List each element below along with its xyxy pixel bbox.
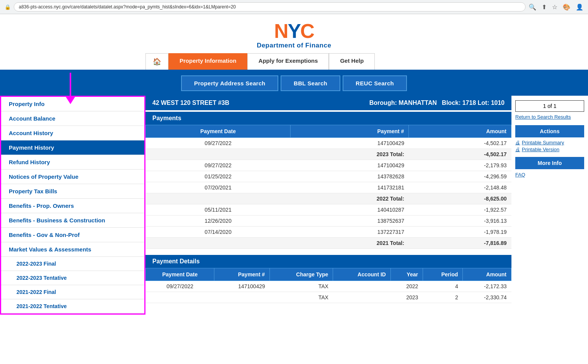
printer-summary-icon	[515, 140, 520, 145]
cell-year: 2022	[390, 281, 423, 292]
share-icon[interactable]: ⬆	[542, 3, 547, 11]
payments-section-title: Payments	[145, 112, 511, 125]
payments-table: Payment Date Payment # Amount 09/27/2022…	[145, 125, 511, 249]
table-row: TAX 2023 2 -2,330.74	[146, 292, 511, 303]
sidebar-item-2021-2022-final[interactable]: 2021-2022 Final	[1, 285, 144, 299]
profile-icon[interactable]: 👤	[576, 3, 583, 11]
tab-property-information[interactable]: Property Information	[168, 53, 247, 70]
sidebar-item-property-tax-bills[interactable]: Property Tax Bills	[1, 184, 144, 199]
sidebar-item-benefits-business-construction[interactable]: Benefits - Business & Construction	[1, 213, 144, 228]
sidebar-item-notices-property-value[interactable]: Notices of Property Value	[1, 170, 144, 184]
cell-period: 4	[423, 281, 462, 292]
sidebar-item-market-values-assessments[interactable]: Market Values & Assessments	[1, 242, 144, 257]
right-sidebar: 1 of 1 Return to Search Results Actions …	[511, 96, 588, 315]
col-pd-number: Payment #	[214, 268, 270, 281]
return-to-search-results-link[interactable]: Return to Search Results	[515, 114, 584, 120]
cell-period: 2	[423, 292, 462, 303]
sidebar-item-benefits-prop-owners[interactable]: Benefits - Prop. Owners	[1, 199, 144, 213]
cell-amount: -8,625.00	[409, 193, 511, 204]
cell-date: 07/20/2021	[146, 182, 291, 193]
bbl-search-button[interactable]: BBL Search	[281, 75, 340, 91]
cell-number: 138752637	[291, 215, 409, 227]
cell-amount: -7,816.89	[409, 238, 511, 249]
table-row: 12/26/2020 138752637 -3,916.13	[146, 215, 511, 227]
table-row: 05/11/2021 140410287 -1,922.57	[146, 204, 511, 215]
sidebar-item-account-balance[interactable]: Account Balance	[1, 111, 144, 126]
sidebar-item-benefits-gov-non-prof[interactable]: Benefits - Gov & Non-Prof	[1, 228, 144, 242]
reuc-search-button[interactable]: REUC Search	[343, 75, 407, 91]
col-payment-number: Payment #	[291, 125, 409, 138]
property-address-search-button[interactable]: Property Address Search	[181, 75, 278, 91]
col-pd-date: Payment Date	[146, 268, 214, 281]
table-row: 07/14/2020 137227317 -1,978.19	[146, 227, 511, 238]
main-content: Property Info Account Balance Account Hi…	[0, 96, 588, 315]
cell-date: 01/25/2022	[146, 171, 291, 182]
cell-date: 09/27/2022	[146, 281, 214, 292]
cell-number: 137227317	[291, 227, 409, 238]
cell-amount: -2,148.48	[409, 182, 511, 193]
cell-date: 09/27/2022	[146, 138, 291, 149]
col-amount: Amount	[409, 125, 511, 138]
arrow-annotation	[65, 73, 76, 104]
cell-date	[146, 292, 214, 303]
cell-amount: -2,172.33	[463, 281, 511, 292]
sidebar-item-2022-2023-tentative[interactable]: 2022-2023 Tentative	[1, 271, 144, 285]
col-pd-account: Account ID	[333, 268, 391, 281]
cell-number: 2021 Total:	[291, 238, 409, 249]
table-row: 09/27/2022 147100429 -2,179.93	[146, 160, 511, 171]
payment-details-section-title: Payment Details	[145, 255, 511, 268]
cell-amount: -4,296.59	[409, 171, 511, 182]
col-payment-date: Payment Date	[146, 125, 291, 138]
home-tab[interactable]: 🏠	[145, 53, 168, 70]
tab-get-help[interactable]: Get Help	[329, 53, 375, 70]
nyc-logo: NYC	[274, 21, 314, 41]
cell-account	[333, 292, 391, 303]
table-row: 2023 Total: -4,502.17	[146, 149, 511, 160]
cell-amount: -1,922.57	[409, 204, 511, 215]
table-row: 09/27/2022 147100429 -4,502.17	[146, 138, 511, 149]
cell-amount: -3,916.13	[409, 215, 511, 227]
sidebar-item-2022-2023-final[interactable]: 2022-2023 Final	[1, 257, 144, 271]
sidebar-item-2021-2022-tentative[interactable]: 2021-2022 Tentative	[1, 299, 144, 313]
cell-year: 2023	[390, 292, 423, 303]
sidebar-item-account-history[interactable]: Account History	[1, 126, 144, 140]
pagination-box: 1 of 1	[515, 100, 584, 112]
table-row: 2022 Total: -8,625.00	[146, 193, 511, 204]
nyc-header: NYC Department of Finance	[0, 14, 588, 53]
tab-apply-exemptions[interactable]: Apply for Exemptions	[247, 53, 329, 70]
cell-type: TAX	[270, 292, 333, 303]
cell-date: 12/26/2020	[146, 215, 291, 227]
col-pd-period: Period	[423, 268, 462, 281]
col-pd-year: Year	[390, 268, 423, 281]
cell-number: 140410287	[291, 204, 409, 215]
cell-number: 147100429	[214, 281, 270, 292]
printable-version-link[interactable]: Printable Version	[515, 147, 584, 152]
browser-icons: 🔍 ⬆ ☆ 🎨 👤	[529, 3, 583, 11]
dept-finance-label: Department of Finance	[0, 42, 588, 49]
sidebar-item-refund-history[interactable]: Refund History	[1, 155, 144, 170]
cell-amount: -2,330.74	[463, 292, 511, 303]
cell-amount: -4,502.17	[409, 138, 511, 149]
faq-link[interactable]: FAQ	[515, 172, 525, 178]
browser-bar: 🔒 a836-pts-access.nyc.gov/care/datalets/…	[0, 0, 588, 14]
cell-date	[146, 193, 291, 204]
color-icon: 🎨	[563, 3, 570, 11]
nav-tabs: 🏠 Property Information Apply for Exempti…	[0, 53, 588, 71]
cell-date	[146, 149, 291, 160]
cell-number: 2022 Total:	[291, 193, 409, 204]
actions-button[interactable]: Actions	[515, 125, 584, 137]
printable-summary-link[interactable]: Printable Summary	[515, 140, 584, 145]
payment-details-table: Payment Date Payment # Charge Type Accou…	[145, 268, 511, 303]
search-icon[interactable]: 🔍	[529, 3, 536, 11]
more-info-button[interactable]: More Info	[515, 157, 584, 169]
cell-amount: -4,502.17	[409, 149, 511, 160]
property-header: 42 WEST 120 STREET #3B Borough: MANHATTA…	[145, 96, 511, 110]
cell-account	[333, 281, 391, 292]
cell-date: 09/27/2022	[146, 160, 291, 171]
col-pd-type: Charge Type	[270, 268, 333, 281]
url-bar[interactable]: a836-pts-access.nyc.gov/care/datalets/da…	[14, 2, 526, 11]
star-icon[interactable]: ☆	[552, 3, 557, 11]
cell-type: TAX	[270, 281, 333, 292]
sidebar-item-payment-history[interactable]: Payment History	[1, 140, 144, 155]
cell-amount: -1,978.19	[409, 227, 511, 238]
